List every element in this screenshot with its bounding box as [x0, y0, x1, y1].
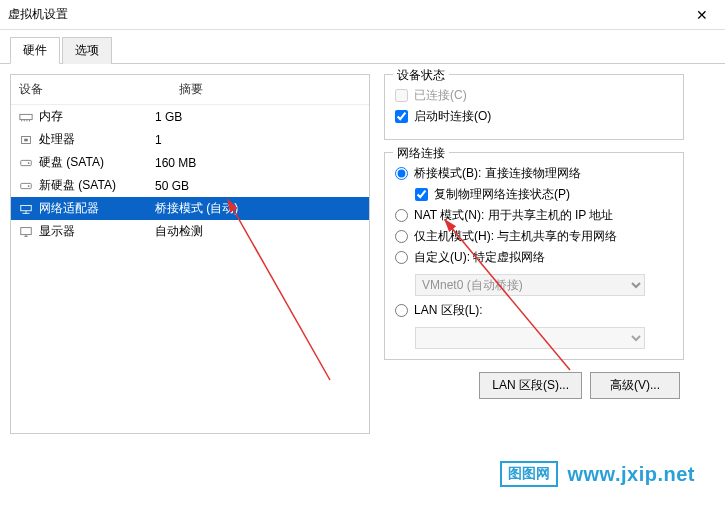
device-name: 新硬盘 (SATA) — [39, 177, 116, 194]
window-title: 虚拟机设置 — [8, 6, 687, 23]
custom-input[interactable] — [395, 251, 408, 264]
device-summary: 桥接模式 (自动) — [155, 200, 363, 217]
device-summary: 1 — [155, 133, 363, 147]
device-row[interactable]: 网络适配器桥接模式 (自动) — [11, 197, 369, 220]
lan-segment-select — [415, 327, 645, 349]
header-summary: 摘要 — [179, 81, 203, 98]
device-row[interactable]: 新硬盘 (SATA)50 GB — [11, 174, 369, 197]
svg-point-10 — [28, 185, 30, 187]
device-summary: 1 GB — [155, 110, 363, 124]
connect-on-power-input[interactable] — [395, 110, 408, 123]
replicate-checkbox[interactable]: 复制物理网络连接状态(P) — [415, 186, 673, 203]
watermark-badge: 图图网 — [500, 461, 558, 487]
hostonly-input[interactable] — [395, 230, 408, 243]
device-status-group: 设备状态 已连接(C) 启动时连接(O) — [384, 74, 684, 140]
nat-radio[interactable]: NAT 模式(N): 用于共享主机的 IP 地址 — [395, 207, 673, 224]
lan-segments-button[interactable]: LAN 区段(S)... — [479, 372, 582, 399]
network-legend: 网络连接 — [393, 145, 449, 162]
hostonly-radio[interactable]: 仅主机模式(H): 与主机共享的专用网络 — [395, 228, 673, 245]
disk-icon — [17, 179, 35, 193]
right-panel: 设备状态 已连接(C) 启动时连接(O) 网络连接 桥接模式(B): 直接连接物… — [384, 74, 684, 434]
connected-checkbox: 已连接(C) — [395, 87, 673, 104]
memory-icon — [17, 110, 35, 124]
device-name: 内存 — [39, 108, 63, 125]
tab-hardware[interactable]: 硬件 — [10, 37, 60, 64]
device-row[interactable]: 处理器1 — [11, 128, 369, 151]
device-row[interactable]: 显示器自动检测 — [11, 220, 369, 243]
vmnet-select: VMnet0 (自动桥接) — [415, 274, 645, 296]
left-panel: 设备 摘要 内存1 GB处理器1硬盘 (SATA)160 MB新硬盘 (SATA… — [10, 74, 370, 434]
device-name: 网络适配器 — [39, 200, 99, 217]
svg-rect-7 — [21, 160, 32, 165]
device-list-header: 设备 摘要 — [11, 75, 369, 105]
cpu-icon — [17, 133, 35, 147]
device-row[interactable]: 硬盘 (SATA)160 MB — [11, 151, 369, 174]
device-name: 硬盘 (SATA) — [39, 154, 104, 171]
device-summary: 50 GB — [155, 179, 363, 193]
watermark-url: www.jxip.net — [568, 463, 696, 486]
connected-input — [395, 89, 408, 102]
svg-rect-14 — [21, 227, 32, 234]
content: 设备 摘要 内存1 GB处理器1硬盘 (SATA)160 MB新硬盘 (SATA… — [0, 64, 725, 444]
bridge-radio[interactable]: 桥接模式(B): 直接连接物理网络 — [395, 165, 673, 182]
custom-radio[interactable]: 自定义(U): 特定虚拟网络 — [395, 249, 673, 266]
disk-icon — [17, 156, 35, 170]
connect-on-power-checkbox[interactable]: 启动时连接(O) — [395, 108, 673, 125]
svg-rect-0 — [20, 114, 32, 119]
svg-rect-9 — [21, 183, 32, 188]
nat-input[interactable] — [395, 209, 408, 222]
svg-point-8 — [28, 162, 30, 164]
status-legend: 设备状态 — [393, 67, 449, 84]
network-icon — [17, 202, 35, 216]
lan-segment-radio[interactable]: LAN 区段(L): — [395, 302, 673, 319]
svg-rect-6 — [24, 138, 28, 141]
titlebar: 虚拟机设置 ✕ — [0, 0, 725, 30]
device-list: 设备 摘要 内存1 GB处理器1硬盘 (SATA)160 MB新硬盘 (SATA… — [10, 74, 370, 434]
bridge-input[interactable] — [395, 167, 408, 180]
close-icon[interactable]: ✕ — [687, 7, 717, 23]
device-name: 显示器 — [39, 223, 75, 240]
svg-rect-11 — [21, 205, 32, 210]
tabs: 硬件 选项 — [0, 30, 725, 64]
tab-options[interactable]: 选项 — [62, 37, 112, 64]
watermark: 图图网 www.jxip.net — [500, 461, 696, 487]
device-summary: 自动检测 — [155, 223, 363, 240]
lan-segment-input[interactable] — [395, 304, 408, 317]
device-name: 处理器 — [39, 131, 75, 148]
network-connection-group: 网络连接 桥接模式(B): 直接连接物理网络 复制物理网络连接状态(P) NAT… — [384, 152, 684, 360]
display-icon — [17, 225, 35, 239]
advanced-button[interactable]: 高级(V)... — [590, 372, 680, 399]
replicate-input[interactable] — [415, 188, 428, 201]
device-summary: 160 MB — [155, 156, 363, 170]
button-row: LAN 区段(S)... 高级(V)... — [384, 372, 684, 399]
header-device: 设备 — [19, 81, 179, 98]
device-row[interactable]: 内存1 GB — [11, 105, 369, 128]
